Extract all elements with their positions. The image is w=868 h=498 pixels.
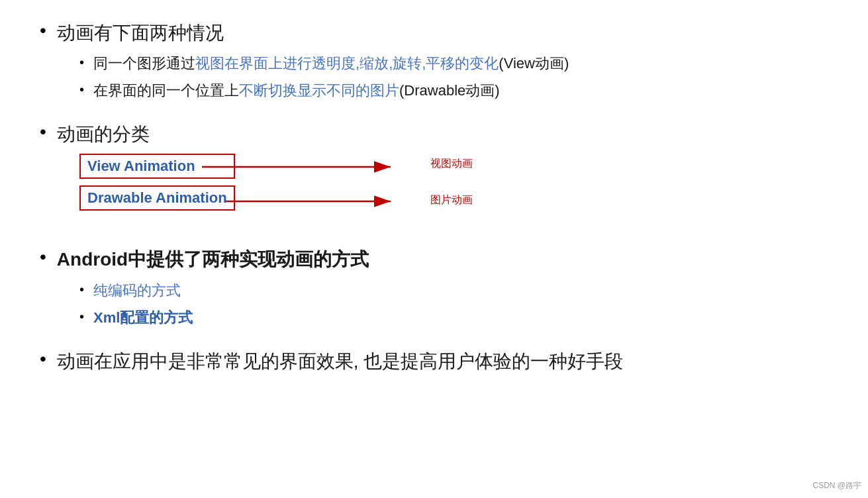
page-content: • 动画有下面两种情况 • 同一个图形通过视图在界面上进行透明度,缩放,旋转,平… (40, 20, 828, 374)
sub-bullets-1: • 同一个图形通过视图在界面上进行透明度,缩放,旋转,平移的变化(View动画)… (79, 52, 828, 101)
sub-bullet-1-2: • 在界面的同一个位置上不断切换显示不同的图片(Drawable动画) (79, 79, 828, 101)
sub-bullets-3: • 纯编码的方式 • Xml配置的方式 (79, 279, 828, 328)
sub-bullet-3-1: • 纯编码的方式 (79, 279, 828, 301)
highlight-1-1: 视图在界面上进行透明度,缩放,旋转,平移的变化 (195, 55, 499, 72)
drawable-animation-box: Drawable Animation (79, 185, 235, 211)
watermark: CSDN @路宇 (812, 480, 861, 491)
android-prefix: Android (57, 249, 128, 270)
main-bullet-2: • 动画的分类 (40, 121, 828, 147)
section-4: • 动画在应用中是非常常见的界面效果, 也是提高用户体验的一种好手段 (40, 348, 828, 374)
main-text-2: 动画的分类 (57, 121, 150, 147)
sub-bullet-3-2: • Xml配置的方式 (79, 307, 828, 328)
section-1: • 动画有下面两种情况 • 同一个图形通过视图在界面上进行透明度,缩放,旋转,平… (40, 20, 828, 101)
sub-text-3-2: Xml配置的方式 (93, 307, 193, 328)
main-bullet-1: • 动画有下面两种情况 (40, 20, 828, 46)
section-3: • Android中提供了两种实现动画的方式 • 纯编码的方式 • Xml配置的… (40, 246, 828, 328)
main-bullet-3: • Android中提供了两种实现动画的方式 (40, 246, 828, 272)
sub-dot-3-1: • (79, 279, 84, 299)
view-animation-box: View Animation (79, 154, 235, 179)
bullet-dot-3: • (40, 244, 46, 270)
sub-dot-3-2: • (79, 307, 84, 326)
highlight-1-2: 不断切换显示不同的图片 (239, 82, 399, 99)
sub-bullet-1-1: • 同一个图形通过视图在界面上进行透明度,缩放,旋转,平移的变化(View动画) (79, 52, 828, 74)
bullet-dot-4: • (40, 346, 46, 372)
main-text-4: 动画在应用中是非常常见的界面效果, 也是提高用户体验的一种好手段 (57, 348, 624, 374)
bullet-dot-2: • (40, 119, 46, 144)
boxes-column: View Animation Drawable Animation (79, 154, 235, 211)
sub-text-3-1: 纯编码的方式 (93, 279, 181, 301)
bullet-dot-1: • (40, 17, 46, 43)
main-text-3: Android中提供了两种实现动画的方式 (57, 246, 369, 272)
sub-text-1-1: 同一个图形通过视图在界面上进行透明度,缩放,旋转,平移的变化(View动画) (93, 52, 569, 74)
sub-text-1-2: 在界面的同一个位置上不断切换显示不同的图片(Drawable动画) (93, 79, 500, 101)
main-bullet-4: • 动画在应用中是非常常见的界面效果, 也是提高用户体验的一种好手段 (40, 348, 828, 374)
main-text-1: 动画有下面两种情况 (57, 20, 224, 46)
section-2: • 动画的分类 View Animation Drawable Animatio… (40, 121, 828, 226)
sub-dot-1-1: • (79, 52, 84, 72)
animation-diagram: View Animation Drawable Animation 视图动画 图… (79, 154, 828, 226)
sub-dot-1-2: • (79, 79, 84, 99)
